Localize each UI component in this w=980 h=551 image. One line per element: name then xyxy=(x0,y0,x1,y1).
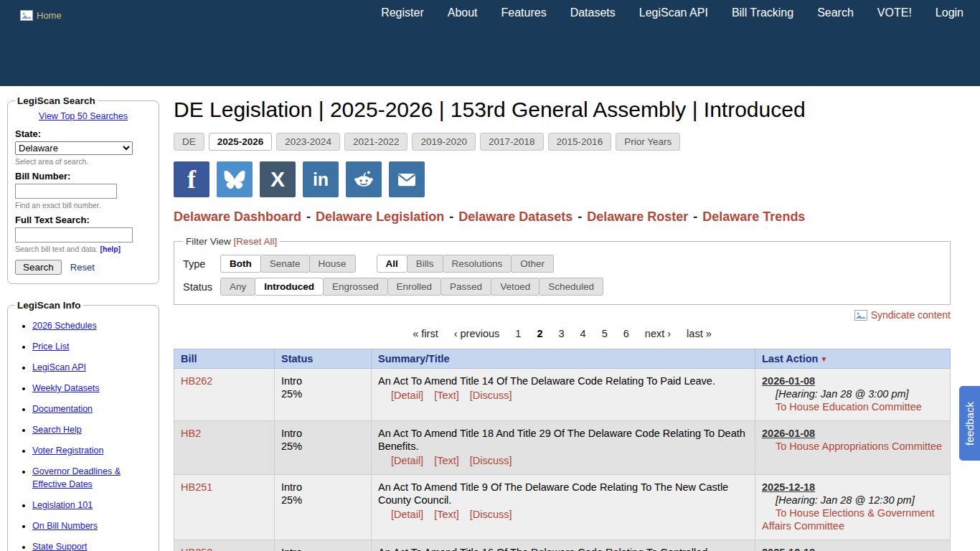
last-action-link[interactable]: To House Elections & Government Affairs … xyxy=(762,507,943,532)
tab-prior-years[interactable]: Prior Years xyxy=(616,133,680,151)
syndicate-link[interactable]: Syndicate content xyxy=(174,309,951,321)
nav-bill-tracking[interactable]: Bill Tracking xyxy=(732,6,793,19)
nav-legiscan-api[interactable]: LegiScan API xyxy=(639,6,708,19)
filter-chamber-house[interactable]: House xyxy=(309,255,356,273)
tab-2015-2016[interactable]: 2015-2016 xyxy=(548,133,612,151)
pagination-page-3[interactable]: 3 xyxy=(559,328,565,339)
email-share-icon[interactable] xyxy=(389,161,425,197)
link-delaware-legislation[interactable]: Delaware Legislation xyxy=(316,209,444,224)
nav-register[interactable]: Register xyxy=(381,6,424,19)
pagination-next[interactable]: next › xyxy=(645,328,671,339)
link-delaware-datasets[interactable]: Delaware Datasets xyxy=(458,209,573,224)
info-link-documentation[interactable]: Documentation xyxy=(32,404,93,414)
link-delaware-trends[interactable]: Delaware Trends xyxy=(702,209,805,224)
top-nav: Register About Features Datasets LegiSca… xyxy=(381,0,963,19)
nav-search[interactable]: Search xyxy=(817,6,854,19)
home-link[interactable]: Home xyxy=(20,10,62,21)
tab-de[interactable]: DE xyxy=(174,133,204,151)
facebook-share-icon[interactable]: f xyxy=(174,161,209,197)
info-link-legislation-101[interactable]: Legislation 101 xyxy=(32,500,93,510)
info-link-price-list[interactable]: Price List xyxy=(32,342,69,352)
filter-status-scheduled[interactable]: Scheduled xyxy=(539,278,603,296)
last-action-date-link[interactable]: 2025-12-18 xyxy=(762,481,815,494)
discuss-link[interactable]: [Discuss] xyxy=(470,455,512,466)
reset-all-link[interactable]: [Reset All] xyxy=(234,236,278,247)
detail-link[interactable]: [Detail] xyxy=(391,390,423,401)
discuss-link[interactable]: [Discuss] xyxy=(470,390,512,401)
reddit-share-icon[interactable] xyxy=(346,161,382,197)
filter-kind-all[interactable]: All xyxy=(377,255,407,273)
nav-features[interactable]: Features xyxy=(501,6,547,19)
nav-about[interactable]: About xyxy=(448,6,478,19)
tab-2017-2018[interactable]: 2017-2018 xyxy=(480,133,544,151)
tab-2025-2026[interactable]: 2025-2026 xyxy=(209,133,273,151)
bill-link[interactable]: HB262 xyxy=(181,375,212,387)
detail-link[interactable]: [Detail] xyxy=(391,509,423,520)
bill-link[interactable]: HB251 xyxy=(181,481,212,493)
text-link[interactable]: [Text] xyxy=(434,455,459,466)
linkedin-share-icon[interactable]: in xyxy=(303,161,339,197)
filter-kind-resolutions[interactable]: Resolutions xyxy=(443,255,512,273)
bill-link[interactable]: HB252 xyxy=(181,547,212,551)
filter-status-vetoed[interactable]: Vetoed xyxy=(491,278,540,296)
help-link[interactable]: [help] xyxy=(100,245,121,253)
last-action-link[interactable]: To House Appropriations Committee xyxy=(762,440,943,453)
last-action-date-link[interactable]: 2026-01-08 xyxy=(762,427,815,440)
info-link-weekly-datasets[interactable]: Weekly Datasets xyxy=(32,383,100,393)
pagination-page-5[interactable]: 5 xyxy=(602,328,608,339)
state-select[interactable]: Delaware xyxy=(15,141,133,155)
col-header-summary[interactable]: Summary/Title xyxy=(372,349,755,369)
bill-link[interactable]: HB2 xyxy=(181,428,201,439)
pagination-previous[interactable]: ‹ previous xyxy=(454,328,500,339)
list-item: Governor Deadlines & Effective Dates xyxy=(32,465,151,491)
filter-kind-other[interactable]: Other xyxy=(511,255,554,273)
pagination-first[interactable]: « first xyxy=(413,328,438,339)
pagination-page-4[interactable]: 4 xyxy=(580,328,586,339)
tab-2023-2024[interactable]: 2023-2024 xyxy=(276,133,340,151)
discuss-link[interactable]: [Discuss] xyxy=(470,509,512,520)
pagination-page-6[interactable]: 6 xyxy=(623,328,629,339)
info-link-2026-schedules[interactable]: 2026 Schedules xyxy=(32,321,97,331)
filter-status-enrolled[interactable]: Enrolled xyxy=(387,278,442,296)
search-button[interactable]: Search xyxy=(15,260,62,275)
filter-status-engrossed[interactable]: Engrossed xyxy=(323,278,388,296)
full-text-input[interactable] xyxy=(15,227,133,242)
filter-status-any[interactable]: Any xyxy=(220,278,255,296)
info-link-voter-registration[interactable]: Voter Registration xyxy=(32,446,103,456)
info-link-legiscan-api[interactable]: LegiScan API xyxy=(32,362,86,372)
text-link[interactable]: [Text] xyxy=(434,390,459,401)
feedback-tab[interactable]: feedback xyxy=(958,385,980,462)
col-header-last-action[interactable]: Last Action▼ xyxy=(755,349,951,369)
last-action-date-link[interactable]: 2026-01-08 xyxy=(762,375,815,387)
link-delaware-dashboard[interactable]: Delaware Dashboard xyxy=(174,209,301,224)
nav-login[interactable]: Login xyxy=(936,6,963,19)
filter-status-passed[interactable]: Passed xyxy=(440,278,491,296)
pagination-page-1[interactable]: 1 xyxy=(515,328,521,339)
pagination-last[interactable]: last » xyxy=(687,328,712,339)
list-item: 2026 Schedules xyxy=(32,319,151,332)
last-action-link[interactable]: To House Education Committee xyxy=(762,400,943,413)
info-link-governor-deadlines[interactable]: Governor Deadlines & Effective Dates xyxy=(32,466,121,489)
filter-chamber-senate[interactable]: Senate xyxy=(260,255,310,273)
last-action-date-link[interactable]: 2025-12-18 xyxy=(762,546,815,551)
col-header-status[interactable]: Status xyxy=(275,349,372,369)
tab-2019-2020[interactable]: 2019-2020 xyxy=(412,133,476,151)
tab-2021-2022[interactable]: 2021-2022 xyxy=(344,133,408,151)
x-twitter-share-icon[interactable]: X xyxy=(260,161,296,197)
filter-kind-bills[interactable]: Bills xyxy=(407,255,443,273)
nav-vote[interactable]: VOTE! xyxy=(877,6,912,19)
filter-chamber-both[interactable]: Both xyxy=(220,255,261,273)
detail-link[interactable]: [Detail] xyxy=(391,455,423,466)
col-header-bill[interactable]: Bill xyxy=(174,349,275,369)
link-delaware-roster[interactable]: Delaware Roster xyxy=(587,209,688,224)
bill-number-input[interactable] xyxy=(15,184,117,199)
filter-status-introduced[interactable]: Introduced xyxy=(255,278,324,296)
text-link[interactable]: [Text] xyxy=(434,509,459,520)
bluesky-share-icon[interactable] xyxy=(217,161,253,197)
info-link-search-help[interactable]: Search Help xyxy=(32,425,82,435)
view-top-searches-link[interactable]: View Top 50 Searches xyxy=(15,111,151,121)
info-link-state-support[interactable]: State Support xyxy=(32,542,87,551)
info-link-on-bill-numbers[interactable]: On Bill Numbers xyxy=(32,521,98,531)
nav-datasets[interactable]: Datasets xyxy=(570,6,616,19)
reset-link[interactable]: Reset xyxy=(70,262,95,273)
